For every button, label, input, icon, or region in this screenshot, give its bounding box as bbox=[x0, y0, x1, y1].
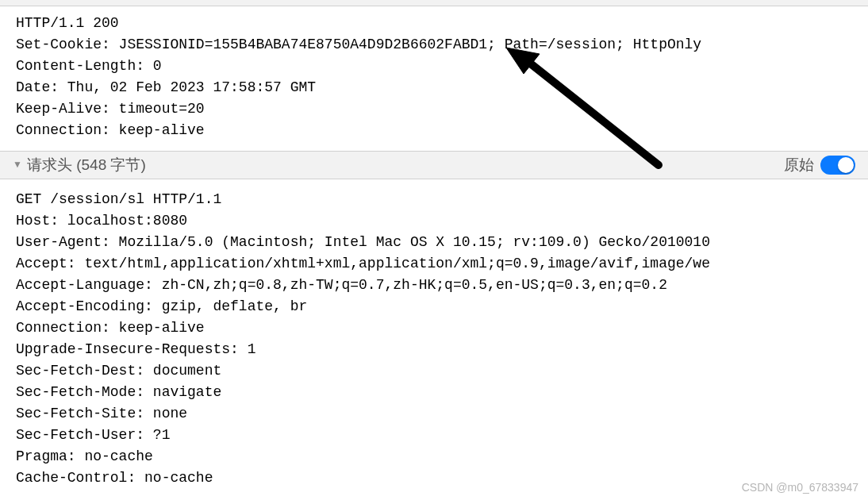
top-divider bbox=[0, 0, 868, 6]
raw-toggle[interactable] bbox=[820, 156, 855, 175]
section-title: 请求头 (548 字节) bbox=[27, 155, 146, 175]
request-header-section-bar[interactable]: ▼ 请求头 (548 字节) 原始 bbox=[0, 151, 868, 179]
raw-toggle-label: 原始 bbox=[784, 155, 814, 175]
request-headers-block: GET /session/sl HTTP/1.1 Host: localhost… bbox=[0, 179, 868, 498]
collapse-triangle-icon[interactable]: ▼ bbox=[13, 159, 22, 170]
response-headers-block: HTTP/1.1 200 Set-Cookie: JSESSIONID=155B… bbox=[0, 6, 868, 151]
section-left: ▼ 请求头 (548 字节) bbox=[13, 155, 146, 175]
section-right: 原始 bbox=[784, 155, 855, 175]
toggle-knob bbox=[838, 157, 854, 173]
